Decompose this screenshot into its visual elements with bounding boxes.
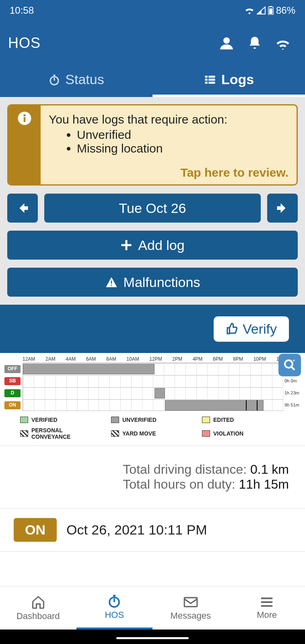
legend-item: PERSONAL CONVEYANCE [20, 427, 103, 440]
page-title: HOS [8, 35, 212, 52]
home-indicator [0, 630, 305, 644]
prev-day-button[interactable] [7, 194, 38, 223]
svg-rect-9 [205, 82, 207, 84]
row-label-on: ON [4, 401, 21, 409]
tab-label: Status [65, 72, 104, 87]
hos-chart: 12AM2AM4AM6AM8AM10AM12PM2PM4PM6PM8PM10PM… [0, 353, 305, 446]
log-timestamp: Oct 26, 2021 10:11 PM [66, 522, 207, 538]
totals-panel: Total driving distance: 0.1 km Total hou… [0, 446, 305, 508]
info-icon [8, 105, 41, 184]
svg-text:+: + [293, 359, 295, 363]
malfunctions-button[interactable]: Malfunctions [7, 268, 298, 297]
tab-logs[interactable]: Logs [152, 65, 305, 97]
alert-item: Unverified [77, 128, 289, 142]
menu-icon [259, 596, 274, 608]
profile-icon[interactable] [212, 35, 241, 51]
wifi-action-icon[interactable] [269, 35, 297, 51]
svg-rect-12 [24, 117, 26, 122]
row-label-d: D [4, 389, 21, 397]
svg-rect-17 [184, 597, 197, 606]
alert-item: Missing location [77, 142, 289, 155]
nav-hos[interactable]: HOS [76, 586, 153, 630]
legend-item: YARD MOVE [111, 427, 194, 440]
nav-dashboard[interactable]: Dashboard [0, 586, 76, 630]
list-icon [204, 74, 216, 86]
duration-on: 9h 51m [284, 402, 301, 407]
add-log-button[interactable]: Add log [7, 231, 298, 260]
nav-more[interactable]: More [229, 586, 305, 630]
signal-icon [257, 6, 266, 14]
tab-status[interactable]: Status [0, 65, 152, 97]
svg-point-14 [285, 360, 293, 368]
row-label-off: OFF [4, 365, 21, 373]
svg-rect-6 [208, 76, 215, 78]
verify-button[interactable]: Verify [214, 316, 289, 342]
zoom-button[interactable]: + [278, 354, 301, 376]
row-label-sb: SB [4, 377, 21, 385]
alert-banner[interactable]: You have logs that require action: Unver… [7, 104, 298, 186]
status-badge: ON [14, 518, 57, 542]
svg-rect-7 [205, 78, 207, 80]
duration-sb: 0h 0m [284, 378, 301, 383]
clock: 10:58 [10, 5, 34, 16]
svg-rect-2 [270, 6, 272, 7]
svg-rect-8 [208, 78, 215, 80]
bottom-nav: Dashboard HOS Messages More [0, 586, 305, 630]
home-icon [31, 595, 45, 609]
plus-icon [120, 239, 132, 251]
mail-icon [183, 595, 198, 609]
app-header: HOS [0, 21, 305, 65]
status-bar: 10:58 86% [0, 0, 305, 21]
tab-label: Logs [221, 72, 254, 87]
legend-item: EDITED [202, 417, 285, 423]
log-entry[interactable]: ON Oct 26, 2021 10:11 PM [0, 508, 305, 552]
battery-icon [268, 6, 274, 15]
status-icons: 86% [245, 5, 295, 16]
next-day-button[interactable] [267, 194, 298, 223]
distance-value: 0.1 km [250, 462, 289, 477]
svg-rect-10 [208, 82, 215, 84]
date-button[interactable]: Tue Oct 26 [44, 194, 261, 223]
wifi-icon [245, 6, 254, 14]
verify-bar: Verify [0, 305, 305, 353]
legend-item: VIOLATION [202, 427, 285, 440]
svg-rect-5 [205, 76, 207, 78]
battery-percent: 86% [276, 5, 295, 16]
stopwatch-icon [107, 594, 122, 608]
thumbs-up-icon [226, 322, 239, 335]
svg-rect-1 [269, 8, 272, 14]
tabs: Status Logs [0, 65, 305, 97]
warning-icon [105, 276, 118, 288]
nav-messages[interactable]: Messages [152, 586, 229, 630]
hours-value: 11h 15m [239, 477, 289, 491]
duration-d: 1h 23m [284, 390, 301, 395]
svg-point-3 [223, 37, 230, 44]
alert-action: Tap here to review. [49, 166, 289, 180]
alert-title: You have logs that require action: [49, 113, 289, 126]
legend-item: UNVERIFIED [111, 417, 194, 423]
svg-point-13 [23, 114, 25, 116]
stopwatch-icon [48, 74, 60, 86]
legend-item: VERIFIED [20, 417, 103, 423]
bell-icon[interactable] [241, 35, 269, 51]
